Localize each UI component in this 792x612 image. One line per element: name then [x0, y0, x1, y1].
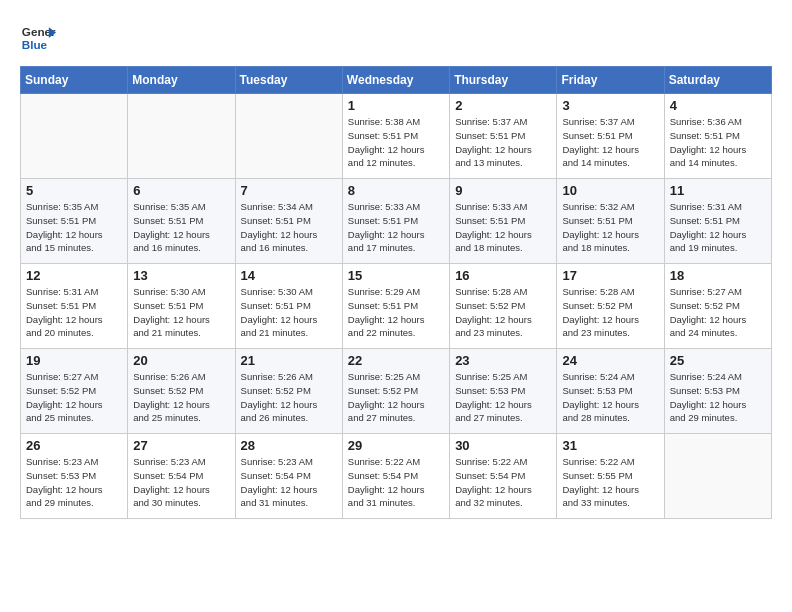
- day-number: 21: [241, 353, 337, 368]
- day-info: Sunrise: 5:38 AM Sunset: 5:51 PM Dayligh…: [348, 115, 444, 170]
- calendar-week-2: 5Sunrise: 5:35 AM Sunset: 5:51 PM Daylig…: [21, 179, 772, 264]
- day-number: 13: [133, 268, 229, 283]
- day-info: Sunrise: 5:35 AM Sunset: 5:51 PM Dayligh…: [26, 200, 122, 255]
- day-info: Sunrise: 5:26 AM Sunset: 5:52 PM Dayligh…: [241, 370, 337, 425]
- calendar-cell: 29Sunrise: 5:22 AM Sunset: 5:54 PM Dayli…: [342, 434, 449, 519]
- calendar-cell: 8Sunrise: 5:33 AM Sunset: 5:51 PM Daylig…: [342, 179, 449, 264]
- calendar-cell: 31Sunrise: 5:22 AM Sunset: 5:55 PM Dayli…: [557, 434, 664, 519]
- day-info: Sunrise: 5:37 AM Sunset: 5:51 PM Dayligh…: [562, 115, 658, 170]
- day-info: Sunrise: 5:32 AM Sunset: 5:51 PM Dayligh…: [562, 200, 658, 255]
- day-number: 7: [241, 183, 337, 198]
- column-header-saturday: Saturday: [664, 67, 771, 94]
- day-number: 27: [133, 438, 229, 453]
- calendar-cell: 23Sunrise: 5:25 AM Sunset: 5:53 PM Dayli…: [450, 349, 557, 434]
- day-number: 15: [348, 268, 444, 283]
- calendar-week-3: 12Sunrise: 5:31 AM Sunset: 5:51 PM Dayli…: [21, 264, 772, 349]
- day-info: Sunrise: 5:27 AM Sunset: 5:52 PM Dayligh…: [670, 285, 766, 340]
- day-info: Sunrise: 5:31 AM Sunset: 5:51 PM Dayligh…: [26, 285, 122, 340]
- day-number: 30: [455, 438, 551, 453]
- calendar-cell: 16Sunrise: 5:28 AM Sunset: 5:52 PM Dayli…: [450, 264, 557, 349]
- calendar-cell: [21, 94, 128, 179]
- day-number: 29: [348, 438, 444, 453]
- day-number: 19: [26, 353, 122, 368]
- day-number: 28: [241, 438, 337, 453]
- calendar-week-4: 19Sunrise: 5:27 AM Sunset: 5:52 PM Dayli…: [21, 349, 772, 434]
- calendar-week-5: 26Sunrise: 5:23 AM Sunset: 5:53 PM Dayli…: [21, 434, 772, 519]
- day-info: Sunrise: 5:24 AM Sunset: 5:53 PM Dayligh…: [670, 370, 766, 425]
- day-info: Sunrise: 5:36 AM Sunset: 5:51 PM Dayligh…: [670, 115, 766, 170]
- day-number: 3: [562, 98, 658, 113]
- logo: General Blue: [20, 20, 56, 56]
- day-number: 23: [455, 353, 551, 368]
- day-number: 31: [562, 438, 658, 453]
- calendar-cell: 3Sunrise: 5:37 AM Sunset: 5:51 PM Daylig…: [557, 94, 664, 179]
- column-header-tuesday: Tuesday: [235, 67, 342, 94]
- calendar-cell: 18Sunrise: 5:27 AM Sunset: 5:52 PM Dayli…: [664, 264, 771, 349]
- day-number: 8: [348, 183, 444, 198]
- day-info: Sunrise: 5:29 AM Sunset: 5:51 PM Dayligh…: [348, 285, 444, 340]
- column-header-thursday: Thursday: [450, 67, 557, 94]
- calendar-header: SundayMondayTuesdayWednesdayThursdayFrid…: [21, 67, 772, 94]
- day-number: 26: [26, 438, 122, 453]
- day-number: 22: [348, 353, 444, 368]
- day-info: Sunrise: 5:30 AM Sunset: 5:51 PM Dayligh…: [241, 285, 337, 340]
- calendar-cell: 17Sunrise: 5:28 AM Sunset: 5:52 PM Dayli…: [557, 264, 664, 349]
- day-info: Sunrise: 5:23 AM Sunset: 5:54 PM Dayligh…: [241, 455, 337, 510]
- day-number: 17: [562, 268, 658, 283]
- calendar-table: SundayMondayTuesdayWednesdayThursdayFrid…: [20, 66, 772, 519]
- day-info: Sunrise: 5:30 AM Sunset: 5:51 PM Dayligh…: [133, 285, 229, 340]
- day-number: 18: [670, 268, 766, 283]
- calendar-cell: 19Sunrise: 5:27 AM Sunset: 5:52 PM Dayli…: [21, 349, 128, 434]
- day-number: 1: [348, 98, 444, 113]
- day-info: Sunrise: 5:27 AM Sunset: 5:52 PM Dayligh…: [26, 370, 122, 425]
- page-header: General Blue: [20, 20, 772, 56]
- day-info: Sunrise: 5:22 AM Sunset: 5:55 PM Dayligh…: [562, 455, 658, 510]
- day-info: Sunrise: 5:33 AM Sunset: 5:51 PM Dayligh…: [455, 200, 551, 255]
- calendar-cell: 2Sunrise: 5:37 AM Sunset: 5:51 PM Daylig…: [450, 94, 557, 179]
- day-info: Sunrise: 5:35 AM Sunset: 5:51 PM Dayligh…: [133, 200, 229, 255]
- calendar-cell: 20Sunrise: 5:26 AM Sunset: 5:52 PM Dayli…: [128, 349, 235, 434]
- day-number: 6: [133, 183, 229, 198]
- day-number: 16: [455, 268, 551, 283]
- day-info: Sunrise: 5:33 AM Sunset: 5:51 PM Dayligh…: [348, 200, 444, 255]
- column-header-friday: Friday: [557, 67, 664, 94]
- calendar-cell: 10Sunrise: 5:32 AM Sunset: 5:51 PM Dayli…: [557, 179, 664, 264]
- day-number: 24: [562, 353, 658, 368]
- calendar-week-1: 1Sunrise: 5:38 AM Sunset: 5:51 PM Daylig…: [21, 94, 772, 179]
- calendar-cell: 5Sunrise: 5:35 AM Sunset: 5:51 PM Daylig…: [21, 179, 128, 264]
- day-number: 25: [670, 353, 766, 368]
- calendar-cell: 14Sunrise: 5:30 AM Sunset: 5:51 PM Dayli…: [235, 264, 342, 349]
- logo-icon: General Blue: [20, 20, 56, 56]
- day-info: Sunrise: 5:26 AM Sunset: 5:52 PM Dayligh…: [133, 370, 229, 425]
- calendar-cell: 12Sunrise: 5:31 AM Sunset: 5:51 PM Dayli…: [21, 264, 128, 349]
- calendar-cell: 21Sunrise: 5:26 AM Sunset: 5:52 PM Dayli…: [235, 349, 342, 434]
- day-info: Sunrise: 5:31 AM Sunset: 5:51 PM Dayligh…: [670, 200, 766, 255]
- day-info: Sunrise: 5:22 AM Sunset: 5:54 PM Dayligh…: [348, 455, 444, 510]
- column-header-monday: Monday: [128, 67, 235, 94]
- day-info: Sunrise: 5:25 AM Sunset: 5:53 PM Dayligh…: [455, 370, 551, 425]
- column-header-sunday: Sunday: [21, 67, 128, 94]
- day-number: 12: [26, 268, 122, 283]
- day-number: 10: [562, 183, 658, 198]
- calendar-cell: 26Sunrise: 5:23 AM Sunset: 5:53 PM Dayli…: [21, 434, 128, 519]
- day-number: 14: [241, 268, 337, 283]
- day-info: Sunrise: 5:34 AM Sunset: 5:51 PM Dayligh…: [241, 200, 337, 255]
- calendar-cell: 22Sunrise: 5:25 AM Sunset: 5:52 PM Dayli…: [342, 349, 449, 434]
- calendar-cell: 15Sunrise: 5:29 AM Sunset: 5:51 PM Dayli…: [342, 264, 449, 349]
- calendar-cell: 7Sunrise: 5:34 AM Sunset: 5:51 PM Daylig…: [235, 179, 342, 264]
- calendar-cell: 25Sunrise: 5:24 AM Sunset: 5:53 PM Dayli…: [664, 349, 771, 434]
- day-info: Sunrise: 5:23 AM Sunset: 5:53 PM Dayligh…: [26, 455, 122, 510]
- day-number: 5: [26, 183, 122, 198]
- day-number: 11: [670, 183, 766, 198]
- calendar-cell: 6Sunrise: 5:35 AM Sunset: 5:51 PM Daylig…: [128, 179, 235, 264]
- day-number: 9: [455, 183, 551, 198]
- day-number: 4: [670, 98, 766, 113]
- calendar-cell: 1Sunrise: 5:38 AM Sunset: 5:51 PM Daylig…: [342, 94, 449, 179]
- calendar-cell: 4Sunrise: 5:36 AM Sunset: 5:51 PM Daylig…: [664, 94, 771, 179]
- svg-text:Blue: Blue: [22, 38, 48, 51]
- day-info: Sunrise: 5:28 AM Sunset: 5:52 PM Dayligh…: [455, 285, 551, 340]
- day-info: Sunrise: 5:28 AM Sunset: 5:52 PM Dayligh…: [562, 285, 658, 340]
- calendar-cell: 9Sunrise: 5:33 AM Sunset: 5:51 PM Daylig…: [450, 179, 557, 264]
- calendar-cell: [235, 94, 342, 179]
- calendar-cell: 13Sunrise: 5:30 AM Sunset: 5:51 PM Dayli…: [128, 264, 235, 349]
